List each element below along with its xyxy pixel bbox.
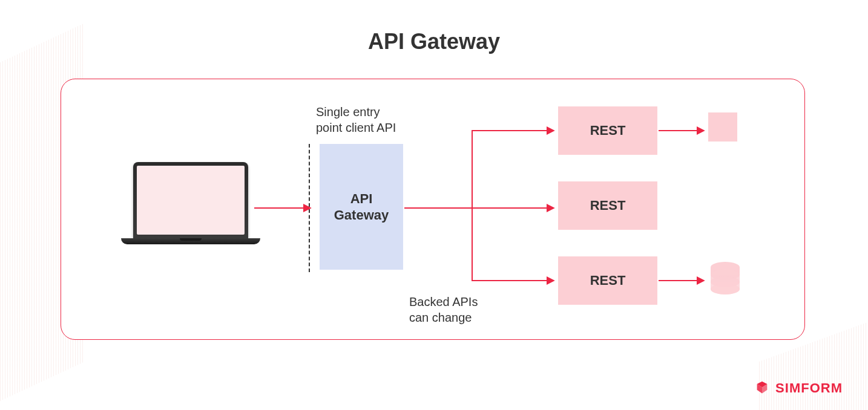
simform-logo-icon xyxy=(754,380,771,397)
rest-service-2: REST xyxy=(558,181,657,230)
dashed-divider xyxy=(309,144,310,272)
rest-service-1-label: REST xyxy=(590,123,626,138)
brand-logo: SIMFORM xyxy=(754,380,843,397)
endpoint-block-icon xyxy=(708,112,737,142)
api-gateway-node: API Gateway xyxy=(320,144,403,270)
rest-service-3: REST xyxy=(558,256,657,305)
backed-apis-note: Backed APIs can change xyxy=(409,294,478,325)
svg-point-3 xyxy=(711,284,740,294)
laptop-icon xyxy=(121,162,260,244)
brand-name: SIMFORM xyxy=(775,380,843,396)
entry-point-note: Single entry point client API xyxy=(316,104,396,135)
diagram-title: API Gateway xyxy=(0,29,868,54)
api-gateway-label: API Gateway xyxy=(334,190,389,224)
database-icon xyxy=(708,261,742,300)
rest-service-1: REST xyxy=(558,106,657,155)
rest-service-3-label: REST xyxy=(590,273,626,288)
rest-service-2-label: REST xyxy=(590,198,626,213)
